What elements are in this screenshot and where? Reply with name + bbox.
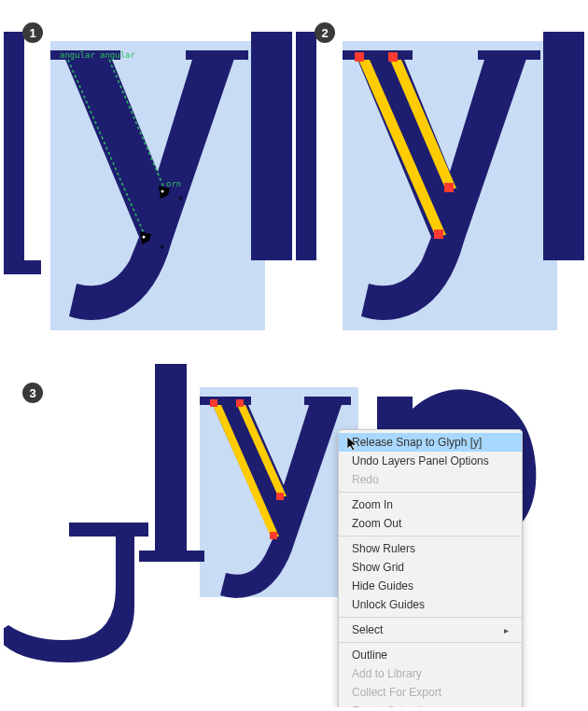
anchor-point[interactable] bbox=[210, 399, 217, 407]
svg-rect-1 bbox=[4, 32, 24, 260]
chevron-right-icon: ▸ bbox=[504, 625, 509, 635]
canvas-1[interactable] bbox=[4, 4, 292, 360]
svg-marker-11 bbox=[390, 60, 456, 188]
menu-separator bbox=[339, 642, 522, 643]
anchor-point[interactable] bbox=[355, 52, 364, 62]
svg-marker-14 bbox=[213, 405, 279, 537]
canvas-2[interactable] bbox=[296, 4, 584, 360]
anchor-label-angular: angular bbox=[100, 50, 135, 60]
svg-rect-9 bbox=[543, 32, 584, 260]
anchor-point[interactable] bbox=[388, 52, 398, 62]
menu-item-select[interactable]: Select▸ bbox=[339, 620, 522, 639]
svg-line-4 bbox=[109, 60, 164, 188]
anchor-point[interactable] bbox=[236, 399, 244, 407]
menu-item-show-rulers[interactable]: Show Rulers bbox=[339, 539, 522, 558]
menu-item-release-snap[interactable]: Release Snap to Glyph [y] bbox=[339, 433, 522, 452]
svg-point-6 bbox=[143, 236, 146, 239]
menu-item-collect-export: Collect For Export bbox=[339, 683, 522, 702]
step-badge-1: 1 bbox=[22, 22, 43, 43]
menu-item-redo: Redo bbox=[339, 470, 522, 489]
menu-label: Show Grid bbox=[352, 561, 404, 574]
svg-line-3 bbox=[68, 60, 145, 235]
anchor-point[interactable] bbox=[270, 532, 277, 539]
menu-item-undo[interactable]: Undo Layers Panel Options bbox=[339, 452, 522, 470]
menu-label: Select bbox=[352, 623, 383, 636]
menu-separator bbox=[339, 617, 522, 618]
anchor-point[interactable] bbox=[444, 183, 454, 192]
svg-rect-8 bbox=[296, 32, 316, 260]
anchor-asterisk: * bbox=[159, 243, 165, 255]
menu-label: Zoom Out bbox=[352, 517, 401, 530]
menu-item-export-selection: Export Selection... bbox=[339, 702, 522, 707]
menu-label: Collect For Export bbox=[352, 686, 441, 699]
menu-label: Add to Library bbox=[352, 667, 422, 680]
svg-point-5 bbox=[161, 190, 164, 193]
menu-label: Undo Layers Panel Options bbox=[352, 454, 489, 467]
menu-label: Outline bbox=[352, 648, 387, 662]
svg-marker-15 bbox=[237, 405, 287, 496]
svg-rect-2 bbox=[251, 32, 292, 260]
menu-item-outline[interactable]: Outline bbox=[339, 646, 522, 664]
menu-item-zoom-out[interactable]: Zoom Out bbox=[339, 514, 522, 533]
anchor-asterisk: * bbox=[177, 194, 184, 206]
menu-item-add-library: Add to Library bbox=[339, 664, 522, 683]
menu-label: Unlock Guides bbox=[352, 598, 425, 611]
menu-item-zoom-in[interactable]: Zoom In bbox=[339, 495, 522, 514]
menu-separator bbox=[339, 492, 522, 493]
anchor-point[interactable] bbox=[434, 230, 443, 239]
anchor-label-angular: angular bbox=[60, 50, 95, 60]
svg-rect-0 bbox=[50, 41, 265, 330]
panel-3: 3 Release Snap to Glyph [y] Undo Layers … bbox=[4, 364, 584, 707]
anchor-point[interactable] bbox=[276, 493, 284, 500]
step-badge-2: 2 bbox=[315, 22, 335, 43]
menu-item-unlock-guides[interactable]: Unlock Guides bbox=[339, 595, 522, 614]
menu-label: Zoom In bbox=[352, 498, 393, 511]
menu-label: Hide Guides bbox=[352, 579, 413, 592]
panel-2: 2 bbox=[296, 4, 584, 360]
menu-label: Export Selection... bbox=[352, 704, 442, 707]
menu-item-hide-guides[interactable]: Hide Guides bbox=[339, 577, 522, 595]
menu-label: Release Snap to Glyph [y] bbox=[352, 436, 482, 449]
menu-label: Show Rulers bbox=[352, 542, 415, 555]
panel-1: 1 angular angular orn * * bbox=[4, 4, 292, 360]
menu-item-show-grid[interactable]: Show Grid bbox=[339, 558, 522, 577]
context-menu: Release Snap to Glyph [y] Undo Layers Pa… bbox=[338, 429, 523, 707]
svg-rect-13 bbox=[155, 364, 187, 551]
anchor-label-corner: orn bbox=[166, 179, 181, 188]
svg-marker-10 bbox=[358, 60, 446, 235]
step-badge-3: 3 bbox=[22, 383, 43, 403]
menu-separator bbox=[339, 536, 522, 537]
menu-label: Redo bbox=[352, 473, 379, 486]
